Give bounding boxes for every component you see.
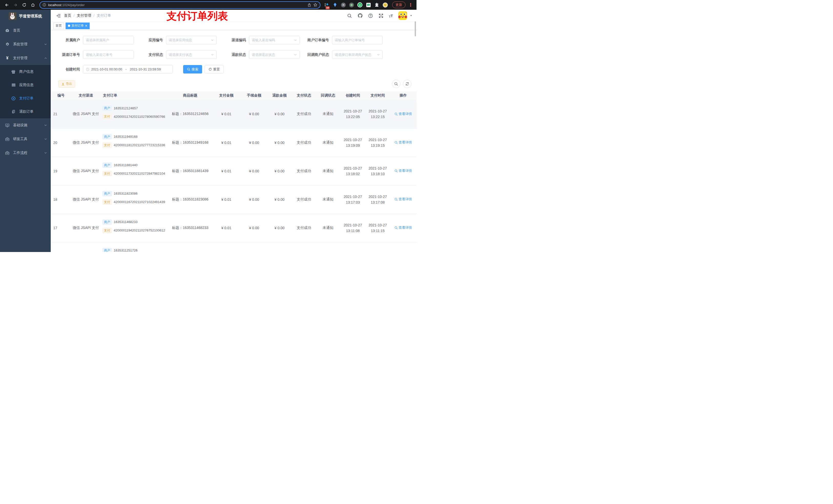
channel-code-select[interactable]: 请输入渠道编码 [249, 36, 300, 44]
cell-notify-status: 未通知 [316, 128, 340, 157]
sidebar-item-home[interactable]: 首页 [0, 24, 51, 38]
sidebar-item-refund-order[interactable]: 退款订单 [0, 105, 51, 118]
help-icon[interactable] [368, 13, 373, 18]
view-detail-link[interactable]: 查看详情 [395, 197, 412, 201]
view-detail-link[interactable]: 查看详情 [395, 169, 412, 173]
filter-pay-status: 支付状态 请选择支付状态 [141, 50, 217, 59]
tab-close-icon[interactable] [85, 25, 87, 27]
sidebar-item-dev-tools[interactable]: 研发工具 [0, 132, 51, 146]
cell-notify-status: 未通知 [316, 185, 340, 214]
refresh-icon[interactable] [403, 80, 411, 88]
filter-channel-order-no: 渠道订单号 [58, 50, 134, 59]
chevron-down-icon [44, 151, 47, 154]
merchant-badge: 商户 [102, 105, 112, 111]
font-size-icon[interactable]: TT [389, 13, 393, 18]
site-info-icon[interactable] [43, 3, 46, 7]
search-icon[interactable] [347, 13, 352, 18]
breadcrumb-home[interactable]: 首页 [64, 13, 71, 18]
chevron-down-icon [44, 43, 47, 46]
reset-button[interactable]: 重置 [205, 65, 223, 73]
breadcrumb-section[interactable]: 支付管理 [77, 13, 91, 18]
merchant-order-line: 商户 1635311468233 [102, 219, 138, 224]
browser-menu-icon[interactable]: ••• [409, 3, 412, 7]
col-pay-time: 支付时间 [365, 91, 390, 100]
cell-pay-status [292, 242, 316, 252]
user-avatar[interactable] [398, 11, 407, 20]
search-button[interactable]: 搜索 [183, 65, 202, 73]
date-range-start: 2021-10-01 00:00:00 [91, 67, 122, 71]
cell-amount [211, 242, 241, 252]
view-detail-link[interactable]: 查看详情 [395, 140, 412, 145]
github-icon[interactable] [358, 13, 363, 18]
table-toolbar: 导出 [58, 80, 411, 88]
sidebar-collapse-icon[interactable] [54, 11, 63, 20]
extension-tab-manager-icon[interactable]: 10 [324, 2, 329, 7]
extension-chat-icon[interactable] [366, 2, 371, 7]
cell-title [169, 242, 211, 252]
cell-channel [71, 242, 100, 252]
extension-green-dot-icon[interactable] [349, 3, 354, 7]
chevron-down-icon [294, 39, 297, 42]
cell-refund: ¥ 0.00 [267, 100, 292, 128]
sidebar-item-merchant-info[interactable]: 商户信息 [0, 65, 51, 78]
fullscreen-icon[interactable] [379, 13, 384, 18]
sidebar-item-pay-order[interactable]: ¥ 支付订单 [0, 92, 51, 105]
pay-order-line: 支付 4200001173202110272847982104 [102, 171, 165, 176]
merchant-input[interactable] [86, 38, 131, 42]
dashboard-icon [5, 28, 9, 33]
view-detail-link[interactable]: 查看详情 [395, 112, 412, 116]
cell-pay-time: 2021-10-2713:11:15 [365, 214, 390, 242]
cell-fee: ¥ 0.00 [241, 185, 267, 214]
pay-order-table: 编号 支付渠道 支付订单 商品标题 支付金额 手续金额 退款金额 支付状态 回调… [51, 91, 416, 252]
notify-status-select[interactable]: 请选择订单回调商户状态 [332, 50, 383, 59]
table-row: 18 微信 JSAPI 支付 商户 1635311823086 支付 42000… [51, 185, 416, 214]
browser-home-icon[interactable] [29, 1, 37, 8]
refund-status-select[interactable]: 请选择退款状态 [249, 50, 300, 59]
extension-y-icon[interactable]: y [357, 2, 362, 7]
sidebar-item-app-info[interactable]: 应用信息 [0, 78, 51, 92]
browser-back-icon[interactable] [3, 1, 10, 8]
cell-create-time: 2021-10-2713:18:02 [340, 157, 365, 185]
table-row: 17 微信 JSAPI 支付 商户 1635311468233 支付 42000… [51, 214, 416, 242]
tag-pay-order[interactable]: 支付订单 [66, 23, 90, 29]
cell-create-time [340, 242, 365, 252]
channel-order-no-input[interactable] [86, 53, 131, 56]
cell-create-time: 2021-10-2713:22:05 [340, 100, 365, 128]
profile-emoji-icon[interactable] [383, 2, 388, 7]
tag-home[interactable]: 首页 [53, 23, 64, 29]
export-button[interactable]: 导出 [58, 80, 75, 88]
pay-status-select[interactable]: 请选择支付状态 [166, 50, 217, 59]
app-select[interactable]: 请选择应用信息 [166, 36, 217, 44]
app-logo-row[interactable]: 芋道管理系统 [0, 10, 51, 23]
screen: localhost:1024/pay/order 10 ⌘ y [0, 0, 416, 252]
sidebar-item-system[interactable]: 系统管理 [0, 38, 51, 51]
toggle-search-icon[interactable] [392, 80, 400, 88]
sidebar-item-workflow[interactable]: 工作流程 [0, 146, 51, 160]
sidebar-item-pay[interactable]: ¥ 支付管理 [0, 51, 51, 65]
date-range-picker[interactable]: 2021-10-01 00:00:00 - 2021-10-31 23:59:5… [83, 65, 173, 73]
share-icon[interactable] [307, 3, 311, 7]
view-detail-link[interactable]: 查看详情 [395, 225, 412, 230]
merchant-order-line: 商户 1635311823086 [102, 191, 138, 196]
browser-forward-icon[interactable] [12, 1, 19, 8]
filter-channel-code: 渠道编码 请输入渠道编码 [224, 36, 300, 44]
bookmark-star-icon[interactable] [313, 3, 317, 7]
avatar-caret-icon[interactable] [410, 14, 412, 17]
cell-action: 查看详情 [390, 128, 416, 157]
extension-command-icon[interactable]: ⌘ [341, 3, 346, 7]
cell-title: 标题：1635311881439 [169, 157, 211, 185]
url-bar[interactable]: localhost:1024/pay/order [40, 1, 320, 9]
extensions-area: 10 ⌘ y 更新 ••• [324, 2, 412, 8]
merchant-order-no-input[interactable] [335, 38, 380, 42]
cell-create-time: 2021-10-2713:11:08 [340, 214, 365, 242]
sidebar-item-infra[interactable]: 基础设施 [0, 118, 51, 132]
col-pay-status: 支付状态 [292, 91, 316, 100]
extension-gem-icon[interactable] [332, 2, 338, 7]
cell-title: 标题：1635311823086 [169, 185, 211, 214]
extensions-puzzle-icon[interactable] [374, 2, 379, 7]
cell-title: 标题：1635312124656 [169, 100, 211, 128]
shop-icon [11, 70, 16, 74]
cell-channel: 微信 JSAPI 支付 [71, 128, 100, 157]
browser-reload-icon[interactable] [21, 1, 28, 8]
browser-update-button[interactable]: 更新 [392, 2, 405, 8]
